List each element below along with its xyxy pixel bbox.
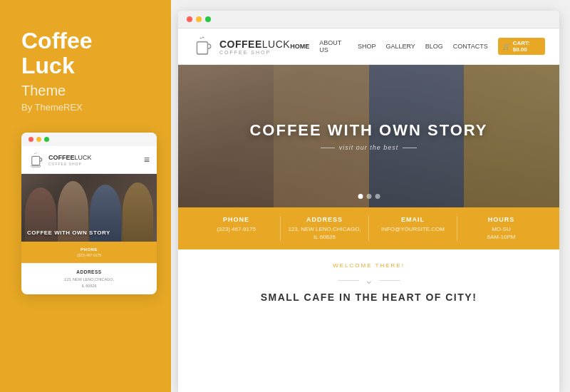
- site-phone-label: PHONE: [192, 216, 280, 223]
- mobile-phone-value: (323) 467-9175: [28, 253, 150, 257]
- hero-dot-1[interactable]: [358, 194, 363, 199]
- hero-dots: [358, 194, 380, 199]
- right-panel: COFFEELUCK COFFEE SHOP HOME ABOUT US SHO…: [171, 0, 570, 392]
- browser-content: COFFEELUCK COFFEE SHOP HOME ABOUT US SHO…: [178, 29, 559, 392]
- site-email-label: EMAIL: [369, 216, 457, 223]
- divider-line-left: [338, 280, 359, 281]
- nav-link-blog[interactable]: BLOG: [425, 43, 443, 50]
- mobile-phone-label: PHONE: [28, 247, 150, 252]
- site-hours-label: HOURS: [457, 216, 545, 223]
- mobile-hero-text: COFFEE WITH OWN STORY: [27, 229, 110, 236]
- site-email-info: EMAIL INFO@YOURSITE.COM: [369, 216, 457, 241]
- site-hours-value: MO-SU6AM-10PM: [457, 225, 545, 241]
- site-phone-value: (323) 467-9175: [192, 225, 280, 233]
- nav-link-contacts[interactable]: CONTACTS: [453, 43, 488, 50]
- welcome-text: WELCOME THERE!: [192, 262, 545, 269]
- site-info-bar: PHONE (323) 467-9175 ADDRESS 123, NEW LE…: [178, 207, 559, 249]
- nav-links: HOME ABOUT US SHOP GALLERY BLOG CONTACTS…: [290, 38, 545, 55]
- mobile-dot-red: [28, 137, 33, 142]
- site-logo: COFFEELUCK COFFEE SHOP: [192, 36, 290, 57]
- nav-link-shop[interactable]: SHOP: [358, 43, 376, 50]
- browser-dot-green: [205, 16, 211, 22]
- hero-text-container: COFFEE WITH OWN STORY visit our the best: [178, 65, 559, 207]
- welcome-divider: ⌄: [192, 274, 545, 286]
- site-logo-cup-icon: [192, 36, 214, 57]
- cart-label: CART: $0.00: [513, 40, 540, 53]
- divider-arrow-icon: ⌄: [365, 274, 373, 286]
- mobile-mockup: COFFEELUCK COFFEE SHOP ≡ COFFEE WITH OWN…: [21, 133, 157, 294]
- mobile-title-bar: [21, 133, 157, 146]
- mobile-nav: COFFEELUCK COFFEE SHOP ≡: [21, 146, 157, 174]
- mobile-address-label: ADDRESS: [28, 269, 150, 274]
- mobile-dot-green: [44, 137, 49, 142]
- site-logo-text: COFFEELUCK: [219, 38, 290, 50]
- coffee-cup-icon: [28, 152, 44, 167]
- mobile-logo-subtext: COFFEE SHOP: [48, 162, 92, 166]
- site-logo-subtext: COFFEE SHOP: [219, 50, 290, 55]
- mobile-logo-text: COFFEELUCK: [48, 154, 92, 162]
- divider-line-right: [379, 280, 400, 281]
- nav-link-home[interactable]: HOME: [290, 43, 309, 50]
- site-bottom: WELCOME THERE! ⌄ SMALL CAFE IN THE HEART…: [178, 249, 559, 316]
- cart-icon: 🛒: [503, 43, 510, 50]
- hamburger-icon[interactable]: ≡: [144, 154, 150, 165]
- browser-dot-yellow: [196, 16, 202, 22]
- theme-subtitle: Theme: [21, 83, 150, 99]
- hero-sub-text: visit our the best: [321, 144, 418, 151]
- mobile-address-value: 123, NEW LENO,CHICAGO,IL 60626: [28, 277, 150, 289]
- mobile-logo: COFFEELUCK COFFEE SHOP: [28, 152, 92, 167]
- theme-author: By ThemeREX: [21, 102, 150, 113]
- theme-title: Coffee Luck: [21, 29, 150, 78]
- mobile-address-section: ADDRESS 123, NEW LENO,CHICAGO,IL 60626: [21, 263, 157, 294]
- browser-window: COFFEELUCK COFFEE SHOP HOME ABOUT US SHO…: [178, 11, 559, 392]
- hero-dot-2[interactable]: [366, 194, 371, 199]
- browser-title-bar: [178, 11, 559, 29]
- browser-dot-red: [187, 16, 192, 22]
- mobile-info-bar: PHONE (323) 467-9175: [21, 242, 157, 263]
- mobile-hero: COFFEE WITH OWN STORY: [21, 174, 157, 242]
- site-tagline: SMALL CAFE IN THE HEART OF CITY!: [192, 292, 545, 303]
- nav-cart-button[interactable]: 🛒 CART: $0.00: [498, 38, 545, 55]
- site-phone-info: PHONE (323) 467-9175: [192, 216, 281, 241]
- left-panel: Coffee Luck Theme By ThemeREX: [0, 0, 171, 392]
- site-email-value: INFO@YOURSITE.COM: [369, 225, 457, 233]
- site-nav: COFFEELUCK COFFEE SHOP HOME ABOUT US SHO…: [178, 29, 559, 65]
- site-hours-info: HOURS MO-SU6AM-10PM: [457, 216, 545, 241]
- site-address-info: ADDRESS 123, NEW LENO,CHICAGO,IL 60626: [281, 216, 369, 241]
- hero-main-text: COFFEE WITH OWN STORY: [249, 121, 487, 140]
- hero-dot-3[interactable]: [375, 194, 380, 199]
- mobile-phone-info: PHONE (323) 467-9175: [28, 247, 150, 257]
- mobile-dot-yellow: [36, 137, 41, 142]
- site-hero: COFFEE WITH OWN STORY visit our the best: [178, 65, 559, 207]
- site-address-value: 123, NEW LENO,CHICAGO,IL 60626: [281, 225, 368, 241]
- nav-link-gallery[interactable]: GALLERY: [385, 43, 415, 50]
- svg-rect-0: [32, 157, 40, 166]
- svg-rect-2: [197, 42, 207, 54]
- nav-link-about[interactable]: ABOUT US: [319, 39, 348, 53]
- site-address-label: ADDRESS: [281, 216, 368, 223]
